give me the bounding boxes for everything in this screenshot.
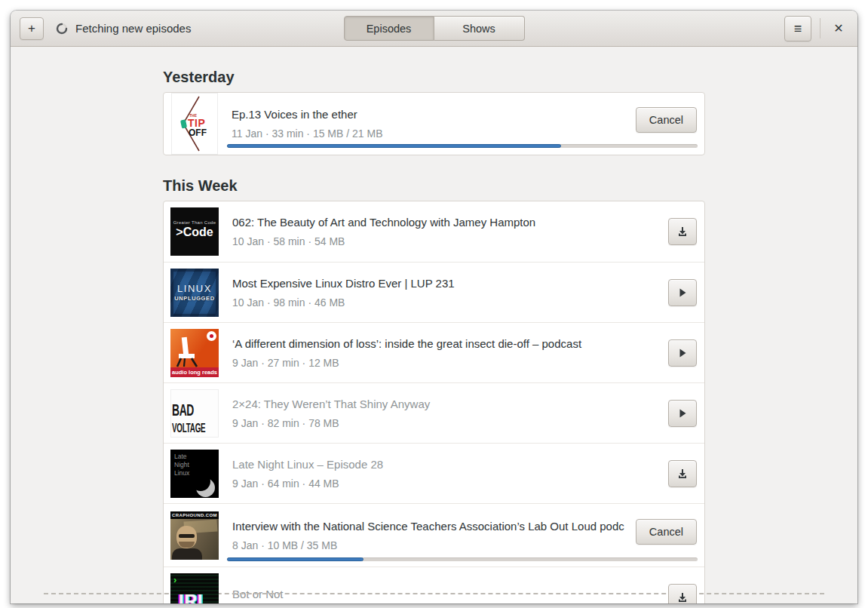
episode-meta: 9 Jan · 82 min · 78 MB [232,417,658,429]
episode-meta: 9 Jan · 64 min · 44 MB [232,477,658,490]
download-icon [676,468,689,480]
episode-row[interactable]: › IRL Bot or Not [164,567,704,603]
episode-meta: 8 Jan · 10 MB / 35 MB [232,539,625,551]
beard-graphic [179,542,195,548]
episode-title: Late Night Linux – Episode 28 [232,458,658,471]
add-podcast-button[interactable]: + [20,17,44,40]
episode-title: 062: The Beauty of Art and Technology wi… [232,216,658,229]
episode-meta: 11 Jan · 33 min · 15 MB / 21 MB [232,127,625,140]
status-text: Fetching new episodes [75,22,191,35]
menu-button[interactable]: ≡ [784,16,811,41]
episode-meta: 9 Jan · 27 min · 12 MB [232,357,658,369]
podcast-cover-greater-than-code: Greater Than Code >Code [170,207,219,256]
play-episode-button[interactable] [668,400,697,427]
green-chevron-glyph: › [173,574,176,585]
guardian-roundel-graphic [207,331,216,341]
section-heading-yesterday: Yesterday [163,69,705,86]
download-episode-button[interactable] [668,460,697,487]
close-window-button[interactable]: ✕ [829,19,848,38]
download-icon [676,591,689,603]
episode-title: 2×24: They Weren’t That Shiny Anyway [232,398,658,410]
episode-title: Most Expensive Linux Distro Ever | LUP 2… [232,277,658,290]
podcast-cover-craphound: CRAPHOUND.COM [170,511,219,560]
glasses-graphic [179,534,195,538]
cancel-download-button[interactable]: Cancel [636,107,697,133]
download-progress-fill [227,144,561,148]
episode-row[interactable]: audio long reads ‘A different dimension … [164,322,704,382]
podcast-cover-linux-unplugged: LINUX UNPLUGGED [170,269,219,317]
tab-episodes[interactable]: Episodes [344,16,434,41]
view-switcher: Episodes Shows [344,16,525,41]
podcast-cover-late-night-linux: Late Night Linux [170,450,219,498]
plus-icon: + [28,22,35,35]
download-progress-bar [227,144,698,148]
podcast-cover-irl: › IRL [170,573,219,604]
download-icon [676,226,689,238]
play-episode-button[interactable] [668,279,697,306]
yesterday-card: THE TIP OFF Ep.13 Voices in the ether 11… [163,92,705,155]
download-progress-fill [227,557,363,561]
header-right-controls: ≡ ✕ [784,16,848,41]
episode-row[interactable]: BAD VOLTAGE 2×24: They Weren’t That Shin… [164,382,704,443]
episode-meta: 10 Jan · 98 min · 46 MB [232,296,658,309]
download-episode-button[interactable] [668,584,697,604]
download-episode-button[interactable] [668,218,697,245]
episodes-scroll-view: Yesterday THE TIP OFF Ep.13 Voi [11,47,857,603]
episode-title: Interview with the National Science Teac… [232,520,625,533]
episode-row[interactable]: Greater Than Code >Code 062: The Beauty … [164,201,704,262]
spinner-icon [56,23,68,35]
hamburger-icon: ≡ [794,22,802,35]
header-bar: + Fetching new episodes Episodes Shows ≡… [11,11,857,47]
episode-row[interactable]: CRAPHOUND.COM Interview with the Nationa… [164,503,704,567]
podcast-cover-the-tip-off: THE TIP OFF [171,93,218,155]
portrait-body-graphic [172,548,202,560]
crescent-moon-graphic [196,478,215,497]
section-heading-this-week: This Week [163,177,705,195]
episode-row[interactable]: LINUX UNPLUGGED Most Expensive Linux Dis… [164,262,704,322]
tab-shows[interactable]: Shows [434,16,525,41]
play-icon [677,287,688,298]
episode-title: Ep.13 Voices in the ether [232,108,625,121]
download-progress-bar [227,557,698,561]
episode-meta: 10 Jan · 58 min · 54 MB [232,235,658,247]
podcast-cover-bad-voltage: BAD VOLTAGE [170,389,219,438]
play-icon [677,408,688,419]
episode-row[interactable]: Late Night Linux Late Night Linux – Epis… [164,443,704,503]
episode-title: Bot or Not [232,588,658,600]
podcasts-app-window: + Fetching new episodes Episodes Shows ≡… [11,11,857,603]
titlebar-separator [820,18,820,38]
cancel-download-button[interactable]: Cancel [636,519,697,545]
play-episode-button[interactable] [668,339,697,367]
podcast-cover-audio-long-reads: audio long reads [170,329,219,377]
play-icon [677,348,688,358]
close-icon: ✕ [833,21,843,35]
episode-row[interactable]: THE TIP OFF Ep.13 Voices in the ether 11… [164,93,704,155]
episode-title: ‘A different dimension of loss’: inside … [232,337,658,350]
this-week-card: Greater Than Code >Code 062: The Beauty … [163,201,705,603]
